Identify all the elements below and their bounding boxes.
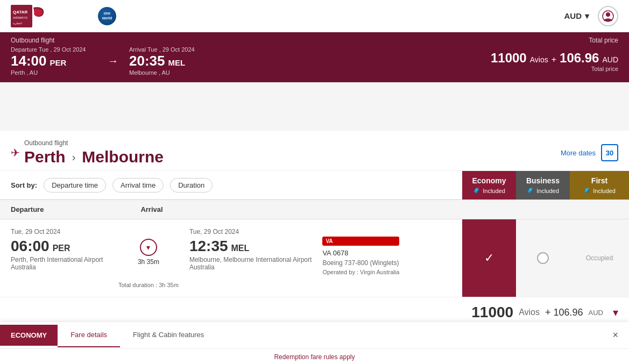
route-arrow-icon: ›: [72, 151, 76, 163]
flight-info: Tue, 29 Oct 2024 06:00 PER Perth, Perth …: [0, 219, 462, 297]
first-included-label: 🧳 Included: [583, 187, 616, 194]
arr-country: Australia: [189, 263, 312, 271]
fare-detail-tabs: Fare details Flight & Cabin features: [58, 323, 602, 347]
destination-city: Melbourne: [82, 148, 164, 166]
departure-code: PER: [50, 58, 67, 67]
arr-airport: Melbourne, Melbourne International Airpo…: [189, 256, 312, 263]
qatar-airways-logo: QATAR AIRWAYS القطرية: [11, 5, 91, 27]
dep-airport: Perth, Perth International Airport: [11, 256, 108, 263]
sort-bar: Sort by: Departure time Arrival time Dur…: [0, 171, 462, 199]
bar-avios-amount: 11000: [491, 51, 527, 66]
fare-selection-cells: ✓ Occupied: [462, 219, 629, 297]
table-header-row: Departure Arrival: [0, 199, 629, 219]
calendar-day: 30: [606, 149, 613, 157]
business-radio-button[interactable]: [537, 252, 549, 264]
fare-cells-header-spacer: [462, 200, 629, 219]
bar-plus: +: [552, 55, 556, 65]
economy-tag-label: ECONOMY: [0, 325, 58, 346]
total-duration-label: Total duration : 3h 35m: [118, 282, 179, 288]
route-cities: Perth › Melbourne: [24, 148, 164, 166]
departure-row-date: Tue, 29 Oct 2024: [11, 228, 108, 235]
outbound-flight-label: Outbound flight: [24, 139, 164, 147]
flight-duration-info: ▾ 3h 35m Total duration : 3h 35m: [118, 228, 179, 288]
user-icon: [602, 10, 614, 22]
economy-included-label: 🧳 Included: [473, 187, 505, 194]
bottom-tab-bar: ECONOMY Fare details Flight & Cabin feat…: [0, 322, 629, 364]
flight-arrival-info: Tue, 29 Oct 2024 12:35 MEL Melbourne, Me…: [189, 228, 312, 288]
arrival-row-date: Tue, 29 Oct 2024: [189, 228, 312, 235]
sort-departure-time-button[interactable]: Departure time: [44, 178, 106, 192]
more-dates-section[interactable]: More dates 30: [561, 144, 618, 161]
arr-code: MEL: [231, 244, 250, 253]
flight-bar-price: 11000 Avios + 106.96 AUD Total price: [491, 51, 618, 72]
va-logo-badge: VA: [322, 237, 399, 246]
business-column-header: Business 🧳 Included: [516, 171, 570, 199]
oneworld-logo: oneworld: [98, 7, 116, 25]
user-avatar-button[interactable]: [598, 6, 618, 26]
luggage-economy-icon: 🧳: [473, 187, 480, 194]
flight-departure-info: Tue, 29 Oct 2024 06:00 PER Perth, Perth …: [11, 228, 108, 288]
currency-selector[interactable]: AUD ▾: [564, 11, 590, 21]
redemption-note-text: Redemption fare rules apply: [274, 353, 355, 361]
luggage-first-icon: 🧳: [583, 187, 591, 194]
arrival-time-code: 12:35 MEL: [189, 238, 312, 255]
currency-dropdown-icon: ▾: [585, 11, 589, 21]
route-section: ✈ Outbound flight Perth › Melbourne More…: [0, 131, 629, 171]
price-expand-button[interactable]: ▾: [613, 306, 618, 319]
price-aud-currency: AUD: [589, 309, 603, 317]
departure-time: 14:00: [11, 53, 47, 69]
outbound-label: Outbound flight: [11, 37, 54, 44]
dep-code: PER: [53, 244, 70, 253]
virgin-australia-logo: VA: [322, 237, 399, 246]
departure-time-code: 06:00 PER: [11, 238, 108, 255]
sort-fare-header-row: Sort by: Departure time Arrival time Dur…: [0, 171, 629, 199]
business-fare-cell[interactable]: [516, 219, 570, 297]
calendar-icon[interactable]: 30: [601, 144, 618, 161]
tab-flight-cabin-features[interactable]: Flight & Cabin features: [120, 323, 217, 347]
economy-fare-cell[interactable]: ✓: [462, 219, 516, 297]
arrival-city: Melbourne , AU: [129, 69, 226, 76]
flight-direction-arrow: →: [108, 55, 118, 67]
redemption-note-row: Redemption fare rules apply: [0, 349, 629, 364]
tab-fare-details[interactable]: Fare details: [58, 323, 120, 347]
economy-header-name: Economy: [472, 176, 506, 185]
first-header-name: First: [591, 176, 607, 185]
header-right: AUD ▾: [564, 6, 619, 26]
flight-bar-arrival: Arrival Tue , 29 Oct 2024 20:35 MEL Melb…: [129, 46, 226, 76]
airline-info: VA VA 0678 Boeing 737-800 (Winglets) Ope…: [322, 228, 399, 288]
departure-column-header: Departure: [11, 205, 44, 213]
arrival-date: Arrival Tue , 29 Oct 2024: [129, 46, 226, 53]
sort-duration-button[interactable]: Duration: [170, 178, 213, 192]
price-avios-amount: 11000: [471, 304, 513, 321]
bar-aud-amount: 106.96: [560, 51, 599, 66]
dep-country: Australia: [11, 263, 108, 271]
arrival-time: 20:35: [129, 53, 165, 69]
price-avios-label: Avios: [519, 308, 540, 317]
business-included-text: Included: [536, 188, 559, 194]
sort-arrival-time-button[interactable]: Arrival time: [112, 178, 164, 192]
operated-by: Operated by : Virgin Australia: [322, 269, 399, 275]
flight-number: VA 0678: [322, 249, 399, 257]
origin-city: Perth: [24, 148, 66, 166]
flight-results-container: Tue, 29 Oct 2024 06:00 PER Perth, Perth …: [0, 219, 629, 297]
flight-bar-departure: Departure Tue , 29 Oct 2024 14:00 PER Pe…: [11, 46, 97, 76]
first-fare-cell: Occupied: [570, 219, 629, 297]
fare-column-headers: Economy 🧳 Included Business 🧳 Included F…: [462, 171, 629, 199]
header-left: QATAR AIRWAYS القطرية oneworld: [11, 5, 116, 27]
close-bottom-panel-button[interactable]: ×: [602, 322, 629, 348]
flight-bar-wrapper: Outbound flight Total price Departure Tu…: [0, 32, 629, 82]
duration-expand-button[interactable]: ▾: [140, 239, 157, 256]
business-included-label: 🧳 Included: [527, 187, 559, 194]
economy-column-header: Economy 🧳 Included: [462, 171, 516, 199]
economy-selected-check: ✓: [484, 251, 494, 265]
sort-by-label: Sort by:: [11, 181, 37, 189]
first-column-header: First 🧳 Included: [570, 171, 629, 199]
dep-time: 06:00: [11, 238, 50, 255]
more-dates-link[interactable]: More dates: [561, 149, 596, 157]
duration-display: 3h 35m: [138, 258, 159, 266]
svg-text:AIRWAYS: AIRWAYS: [13, 16, 27, 19]
departure-city: Perth , AU: [11, 69, 97, 76]
bar-aud-currency: AUD: [602, 55, 618, 64]
table-headers: Departure Arrival: [0, 200, 462, 219]
arrival-code: MEL: [168, 58, 186, 67]
